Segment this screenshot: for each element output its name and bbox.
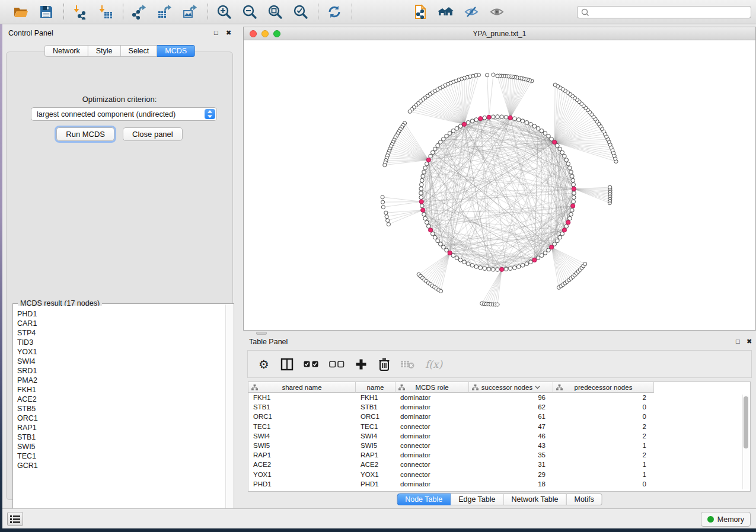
optimization-criterion-select[interactable]: largest connected component (undirected) bbox=[31, 107, 217, 121]
float-table-panel-icon[interactable]: □ bbox=[736, 338, 740, 345]
table-cell: 43 bbox=[469, 442, 553, 449]
task-history-button[interactable] bbox=[7, 512, 23, 526]
uncheck-boxes-icon[interactable] bbox=[329, 357, 344, 372]
mcds-result-item[interactable]: SWI5 bbox=[17, 442, 225, 451]
table-row[interactable]: TEC1TEC1connector472 bbox=[248, 422, 750, 431]
dropdown-stepper-icon bbox=[205, 109, 215, 119]
open-session-button[interactable] bbox=[12, 3, 30, 21]
fx-icon: f(x) bbox=[425, 357, 442, 372]
table-cell: STB1 bbox=[356, 403, 395, 411]
mcds-result-item[interactable]: PHD1 bbox=[17, 309, 225, 319]
tab-motifs[interactable]: Motifs bbox=[566, 493, 602, 505]
zoom-in-button[interactable] bbox=[216, 3, 234, 21]
mcds-tab-content: Optimization criterion: largest connecte… bbox=[6, 52, 233, 500]
columns-icon[interactable] bbox=[280, 357, 294, 372]
column-header-successor-nodes[interactable]: successor nodes bbox=[469, 382, 553, 393]
tab-select[interactable]: Select bbox=[121, 45, 158, 57]
network-window-titlebar[interactable]: YPA_prune.txt_1 bbox=[244, 27, 755, 40]
table-cell: 0 bbox=[553, 480, 654, 488]
table-scrollbar-thumb[interactable] bbox=[744, 396, 748, 448]
delete-table-icon bbox=[401, 357, 415, 372]
node-table-header: shared namenameMCDS rolesuccessor nodesp… bbox=[248, 382, 654, 393]
table-row[interactable]: STB1STB1dominator620 bbox=[248, 402, 750, 412]
search-input[interactable] bbox=[590, 8, 751, 17]
network-canvas[interactable] bbox=[244, 40, 755, 330]
search-icon bbox=[580, 8, 590, 17]
check-boxes-icon[interactable] bbox=[304, 357, 319, 372]
tab-style[interactable]: Style bbox=[88, 45, 121, 57]
table-scrollbar[interactable] bbox=[742, 395, 749, 489]
search-box[interactable] bbox=[577, 6, 751, 18]
tab-edge-table[interactable]: Edge Table bbox=[451, 493, 503, 505]
close-table-panel-icon[interactable]: ✖ bbox=[747, 338, 752, 345]
table-row[interactable]: YOX1YOX1connector291 bbox=[248, 470, 750, 479]
tab-node-table[interactable]: Node Table bbox=[397, 493, 451, 505]
mcds-result-item[interactable]: ACE2 bbox=[17, 395, 225, 404]
table-row[interactable]: SWI5SWI5connector431 bbox=[248, 441, 750, 450]
table-row[interactable]: ACE2ACE2connector311 bbox=[248, 460, 750, 469]
tab-mcds[interactable]: MCDS bbox=[157, 45, 195, 57]
table-cell: RAP1 bbox=[356, 451, 395, 459]
mcds-result-item[interactable]: PMA2 bbox=[17, 376, 225, 385]
table-cell: 31 bbox=[469, 461, 553, 468]
export-network-button[interactable] bbox=[131, 3, 149, 21]
mcds-result-scrollbar[interactable] bbox=[225, 305, 233, 523]
mcds-result-item[interactable]: SWI4 bbox=[17, 357, 225, 366]
close-panel-button[interactable]: Close panel bbox=[123, 127, 183, 141]
tab-network-table[interactable]: Network Table bbox=[504, 493, 567, 505]
table-cell: FKH1 bbox=[356, 394, 395, 401]
table-row[interactable]: SWI4SWI4dominator462 bbox=[248, 431, 750, 441]
mcds-result-item[interactable]: STB5 bbox=[17, 404, 225, 414]
column-header-predecessor-nodes[interactable]: predecessor nodes bbox=[553, 382, 654, 393]
table-cell: 2 bbox=[553, 394, 654, 401]
zoom-out-button[interactable] bbox=[241, 3, 259, 21]
table-row[interactable]: RAP1RAP1dominator352 bbox=[248, 450, 750, 460]
run-mcds-button[interactable]: Run MCDS bbox=[56, 127, 114, 141]
show-eye-button[interactable] bbox=[489, 3, 506, 21]
mcds-result-item[interactable]: CAR1 bbox=[17, 319, 225, 328]
export-table-button[interactable] bbox=[157, 3, 174, 21]
table-cell: 29 bbox=[469, 471, 553, 478]
export-image-button[interactable] bbox=[182, 3, 200, 21]
table-cell: connector bbox=[395, 442, 469, 449]
mcds-result-item[interactable]: RAP1 bbox=[17, 423, 225, 432]
mcds-result-item[interactable]: SRD1 bbox=[17, 366, 225, 376]
table-cell: PHD1 bbox=[248, 480, 356, 488]
table-cell: SWI4 bbox=[248, 432, 356, 440]
mcds-result-item[interactable]: TEC1 bbox=[17, 451, 225, 461]
mcds-result-item[interactable]: STB1 bbox=[17, 432, 225, 442]
table-row[interactable]: PHD1PHD1dominator180 bbox=[248, 479, 750, 489]
save-session-button[interactable] bbox=[38, 3, 56, 21]
table-cell: RAP1 bbox=[248, 451, 356, 459]
table-row[interactable]: FKH1FKH1dominator962 bbox=[248, 393, 750, 402]
zoom-fit-button[interactable] bbox=[267, 3, 285, 21]
plus-icon[interactable] bbox=[355, 357, 368, 372]
mcds-result-item[interactable]: TID3 bbox=[17, 338, 225, 347]
mcds-result-item[interactable]: ORC1 bbox=[17, 414, 225, 423]
mcds-result-item[interactable]: FKH1 bbox=[17, 385, 225, 395]
gear-icon[interactable]: ⚙ bbox=[257, 357, 270, 372]
table-row[interactable]: ORC1ORC1dominator610 bbox=[248, 412, 750, 421]
float-panel-icon[interactable]: □ bbox=[214, 29, 218, 36]
close-panel-icon[interactable]: ✖ bbox=[226, 29, 231, 36]
table-cell: 2 bbox=[553, 451, 654, 459]
import-network-button[interactable] bbox=[72, 3, 90, 21]
mcds-result-item[interactable]: GCR1 bbox=[17, 461, 225, 470]
table-panel: Table Panel □ ✖ ⚙f(x) shared namenameMCD… bbox=[243, 335, 756, 508]
zoom-selected-button[interactable] bbox=[292, 3, 310, 21]
share-document-button[interactable] bbox=[412, 3, 430, 21]
table-cell: connector bbox=[395, 471, 469, 478]
mcds-result-item[interactable]: STP4 bbox=[17, 328, 225, 338]
network-overview-button[interactable] bbox=[438, 3, 455, 21]
column-header-shared-name[interactable]: shared name bbox=[248, 382, 356, 393]
node-table-body: FKH1FKH1dominator962STB1STB1dominator620… bbox=[248, 393, 750, 491]
hide-selected-button[interactable] bbox=[463, 3, 481, 21]
column-header-MCDS-role[interactable]: MCDS role bbox=[395, 382, 469, 393]
column-header-name[interactable]: name bbox=[356, 382, 395, 393]
tab-network[interactable]: Network bbox=[44, 45, 88, 57]
trash-icon[interactable] bbox=[378, 357, 391, 372]
mcds-result-item[interactable]: YOX1 bbox=[17, 347, 225, 357]
refresh-button[interactable] bbox=[326, 3, 344, 21]
memory-button[interactable]: Memory bbox=[701, 512, 751, 527]
import-table-button[interactable] bbox=[97, 3, 115, 21]
